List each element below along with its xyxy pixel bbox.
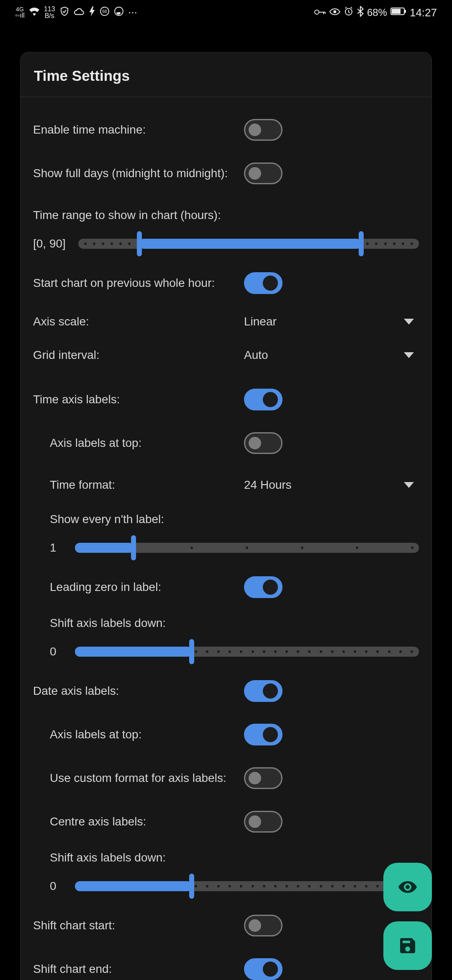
row-shift-chart-end[interactable]: Shift chart end: (33, 947, 419, 980)
toggle-centre-axis[interactable] (244, 811, 282, 833)
toggle-t-axis-top[interactable] (244, 432, 282, 454)
svg-text:68: 68 (102, 9, 107, 14)
more-icon: ⋯ (128, 7, 137, 18)
toggle-d-axis-top[interactable] (244, 724, 282, 745)
slider-show-nth[interactable]: 1 (50, 535, 419, 565)
chevron-down-icon (404, 319, 414, 325)
shield-icon (59, 6, 69, 19)
label-time-range: Time range to show in chart (hours): (33, 201, 419, 231)
row-enable-time-machine[interactable]: Enable time machine: (33, 108, 419, 152)
dropdown-value: Linear (244, 315, 277, 328)
slider-time-range[interactable]: [0, 90] (33, 231, 419, 261)
key-icon (314, 7, 326, 18)
globe-icon (114, 6, 124, 19)
speed-indicator: 113 B/s (44, 6, 55, 19)
label: Grid interval: (33, 347, 234, 363)
range-track[interactable] (78, 239, 419, 249)
row-axis-scale[interactable]: Axis scale: Linear (33, 305, 419, 338)
label: Use custom format for axis labels: (50, 770, 234, 786)
label: Leading zero in label: (50, 579, 234, 595)
save-icon (398, 936, 418, 956)
label: Show full days (midnight to midnight): (33, 165, 234, 181)
battery-pct: 68% (367, 7, 387, 18)
svg-point-3 (315, 10, 319, 14)
status-right: 68% 14:27 (314, 6, 437, 19)
fab-stack (383, 863, 432, 970)
label: Axis labels at top: (50, 727, 234, 743)
label-show-nth: Show every n'th label: (50, 505, 419, 535)
badge-icon: 68 (100, 6, 110, 19)
row-time-format[interactable]: Time format: 24 Hours (33, 465, 419, 505)
net-indicator: 4G ▫◦ıll (15, 6, 25, 19)
toggle-shift-chart-end[interactable] (244, 958, 282, 980)
dropdown-value: 24 Hours (244, 478, 292, 492)
cloud-icon (74, 7, 85, 18)
svg-rect-8 (405, 10, 406, 13)
label-t-shift-down: Shift axis labels down: (50, 609, 419, 639)
bluetooth-icon (357, 6, 364, 19)
range-handle-high[interactable] (359, 231, 364, 256)
row-d-axis-top[interactable]: Axis labels at top: (33, 713, 419, 756)
range-fill (139, 239, 361, 249)
row-t-axis-top[interactable]: Axis labels at top: (33, 421, 419, 465)
label: Axis scale: (33, 314, 234, 330)
toggle-time-axis-labels[interactable] (244, 389, 282, 410)
slider-handle[interactable] (131, 535, 136, 560)
toggle-show-full-days[interactable] (244, 162, 282, 184)
dropdown-value: Auto (244, 348, 268, 362)
row-time-axis-labels[interactable]: Time axis labels: (33, 378, 419, 421)
slider-value: [0, 90] (33, 237, 66, 250)
slider-value: 0 (50, 879, 62, 893)
slider-fill (75, 647, 192, 657)
wifi-icon (29, 7, 40, 18)
fab-preview[interactable] (383, 863, 432, 911)
label: Centre axis labels: (50, 814, 234, 830)
slider-track[interactable] (75, 543, 419, 553)
row-start-prev-hour[interactable]: Start chart on previous whole hour: (33, 261, 419, 305)
row-date-axis-labels[interactable]: Date axis labels: (33, 669, 419, 713)
slider-handle[interactable] (189, 874, 194, 899)
row-centre-axis[interactable]: Centre axis labels: (33, 800, 419, 843)
toggle-leading-zero[interactable] (244, 576, 282, 598)
card-title: Time Settings (21, 67, 431, 97)
eye-icon (398, 877, 418, 897)
fab-save[interactable] (383, 921, 432, 970)
toggle-custom-format[interactable] (244, 767, 282, 789)
slider-track[interactable] (75, 647, 419, 657)
svg-rect-7 (392, 9, 401, 14)
toggle-date-axis-labels[interactable] (244, 680, 282, 702)
row-show-full-days[interactable]: Show full days (midnight to midnight): (33, 152, 419, 195)
clock: 14:27 (410, 6, 437, 19)
label-d-shift-down: Shift axis labels down: (50, 843, 419, 874)
toggle-enable-time-machine[interactable] (244, 119, 282, 141)
label: Shift chart start: (33, 918, 234, 934)
chevron-down-icon (404, 482, 414, 488)
row-leading-zero[interactable]: Leading zero in label: (33, 565, 419, 609)
slider-fill (75, 543, 134, 553)
slider-value: 0 (50, 645, 62, 658)
row-shift-chart-start[interactable]: Shift chart start: (33, 904, 419, 947)
label: Enable time machine: (33, 122, 234, 138)
bolt-icon (89, 6, 95, 19)
range-handle-low[interactable] (137, 231, 142, 256)
settings-card: Time Settings Enable time machine: Show … (20, 52, 432, 980)
slider-value: 1 (50, 541, 62, 554)
label: Shift chart end: (33, 961, 234, 977)
alarm-icon (344, 6, 354, 19)
eye-icon (329, 7, 340, 18)
label: Time axis labels: (33, 392, 234, 407)
slider-track[interactable] (75, 881, 419, 891)
slider-d-shift-down[interactable]: 0 (50, 874, 419, 904)
battery-icon (390, 7, 406, 18)
svg-point-4 (333, 10, 336, 13)
label: Start chart on previous whole hour: (33, 275, 234, 291)
label: Time format: (50, 477, 234, 493)
row-grid-interval[interactable]: Grid interval: Auto (33, 338, 419, 372)
slider-handle[interactable] (189, 639, 194, 664)
slider-fill (75, 881, 192, 891)
row-custom-format[interactable]: Use custom format for axis labels: (33, 756, 419, 800)
toggle-shift-chart-start[interactable] (244, 915, 282, 936)
slider-t-shift-down[interactable]: 0 (50, 639, 419, 669)
status-bar: 4G ▫◦ıll 113 B/s 68 ⋯ (0, 0, 452, 25)
toggle-start-prev-hour[interactable] (244, 272, 282, 294)
